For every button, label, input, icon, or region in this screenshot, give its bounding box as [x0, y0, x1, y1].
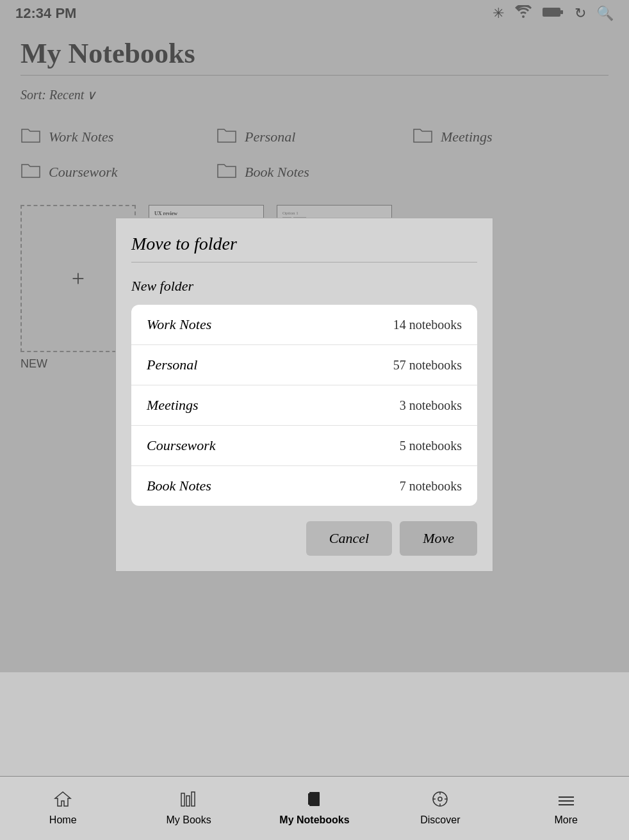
folder-list-item-coursework[interactable]: Coursework 5 notebooks — [131, 426, 477, 466]
new-folder-option[interactable]: New folder — [131, 273, 477, 300]
svg-point-8 — [438, 797, 442, 801]
svg-rect-6 — [308, 793, 311, 805]
folder-list-name-coursework: Coursework — [147, 437, 216, 454]
move-button[interactable]: Move — [400, 521, 477, 556]
nav-item-home[interactable]: Home — [0, 791, 126, 826]
nav-item-my-books[interactable]: My Books — [126, 791, 251, 826]
dialog-title: Move to folder — [131, 234, 477, 254]
folder-list-name-meetings: Meetings — [147, 397, 199, 414]
nav-label-more: More — [555, 814, 578, 826]
nav-item-more[interactable]: More — [503, 791, 629, 826]
dialog-divider — [131, 262, 477, 262]
cancel-button[interactable]: Cancel — [306, 521, 392, 556]
folder-list-count-book-notes: 7 notebooks — [400, 479, 462, 494]
folder-list-count-coursework: 5 notebooks — [400, 439, 462, 453]
discover-icon — [431, 791, 449, 812]
svg-rect-2 — [181, 793, 184, 806]
svg-rect-3 — [186, 796, 190, 806]
nav-item-discover[interactable]: Discover — [377, 791, 503, 826]
folder-list-item-personal[interactable]: Personal 57 notebooks — [131, 345, 477, 385]
folder-list-item-book-notes[interactable]: Book Notes 7 notebooks — [131, 466, 477, 506]
folder-list-count-work-notes: 14 notebooks — [393, 318, 462, 332]
nav-label-my-books: My Books — [166, 814, 211, 826]
folder-list-count-meetings: 3 notebooks — [400, 398, 462, 413]
home-icon — [54, 791, 72, 812]
nav-label-home: Home — [49, 814, 77, 826]
folder-list-name-personal: Personal — [147, 357, 197, 373]
folder-list-card: Work Notes 14 notebooks Personal 57 note… — [131, 305, 477, 506]
nav-item-my-notebooks[interactable]: My Notebooks — [252, 791, 377, 826]
folder-list-item-work-notes[interactable]: Work Notes 14 notebooks — [131, 305, 477, 345]
svg-rect-4 — [192, 792, 195, 806]
bottom-nav: Home My Books My Notebooks Discover More — [0, 776, 629, 840]
nav-label-my-notebooks: My Notebooks — [279, 814, 349, 826]
my-notebooks-icon — [306, 791, 323, 812]
more-icon — [557, 791, 575, 812]
nav-label-discover: Discover — [420, 814, 460, 826]
folder-list-count-personal: 57 notebooks — [393, 358, 462, 373]
my-books-icon — [180, 791, 198, 812]
folder-list-name-work-notes: Work Notes — [147, 316, 211, 333]
dialog-buttons: Cancel Move — [131, 521, 477, 556]
folder-list-item-meetings[interactable]: Meetings 3 notebooks — [131, 385, 477, 426]
move-to-folder-dialog: Move to folder New folder Work Notes 14 … — [115, 218, 493, 572]
folder-list-name-book-notes: Book Notes — [147, 478, 211, 494]
svg-rect-5 — [309, 792, 320, 806]
